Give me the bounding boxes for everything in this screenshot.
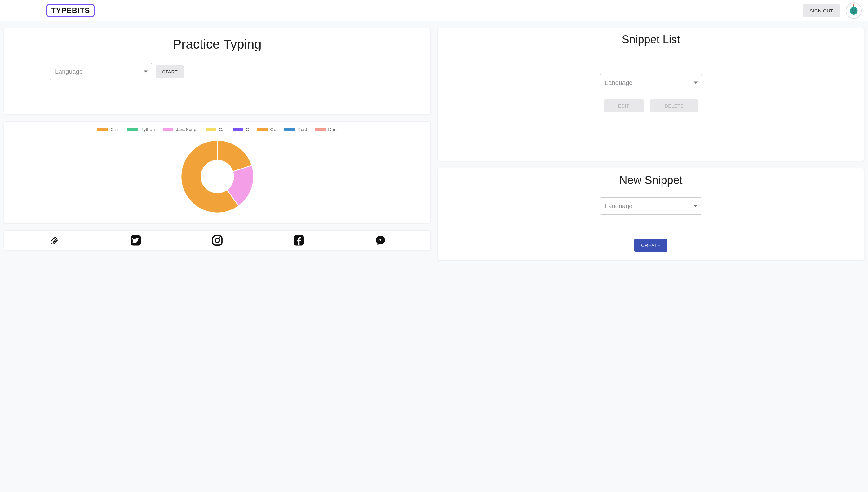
page-grid: Practice Typing Language START C++Python… — [0, 21, 868, 264]
legend-item[interactable]: Dart — [315, 127, 337, 132]
attachment-icon[interactable] — [48, 234, 61, 247]
chevron-down-icon — [694, 82, 698, 84]
snippet-list-controls: Language EDIT DELETE — [438, 74, 864, 112]
logo-text: TYPEBITS — [51, 6, 90, 15]
right-column: Snippet List Language EDIT DELETE New Sn… — [437, 28, 864, 261]
legend-label: Go — [270, 127, 276, 132]
legend-label: Dart — [328, 127, 337, 132]
legend-swatch — [97, 128, 108, 131]
left-column: Practice Typing Language START C++Python… — [4, 28, 431, 261]
practice-language-select[interactable]: Language — [50, 63, 152, 80]
legend-item[interactable]: Python — [127, 127, 155, 132]
avatar[interactable] — [846, 2, 862, 19]
snippet-language-select[interactable]: Language — [600, 74, 702, 91]
legend-item[interactable]: C# — [206, 127, 224, 132]
legend-swatch — [127, 128, 138, 131]
donut-wrap — [10, 136, 424, 217]
new-snippet-card: New Snippet Language CREATE — [437, 168, 864, 261]
snippet-list-title: Snippet List — [438, 33, 864, 46]
robot-icon — [847, 4, 860, 17]
legend-label: JavaScript — [176, 127, 197, 132]
twitter-icon[interactable] — [129, 234, 142, 247]
svg-rect-3 — [852, 9, 853, 10]
chevron-down-icon — [144, 71, 148, 73]
new-snippet-input[interactable] — [600, 222, 702, 231]
legend-label: C — [246, 127, 249, 132]
top-bar: TYPEBITS SIGN OUT — [0, 0, 868, 21]
legend-item[interactable]: Rust — [284, 127, 307, 132]
legend-item[interactable]: JavaScript — [163, 127, 197, 132]
new-snippet-language-select[interactable]: Language — [600, 197, 702, 215]
legend-label: C# — [219, 127, 224, 132]
legend-label: Python — [140, 127, 155, 132]
sign-out-button[interactable]: SIGN OUT — [802, 4, 840, 17]
snippet-list-card: Snippet List Language EDIT DELETE — [437, 28, 864, 161]
edit-button[interactable]: EDIT — [604, 99, 644, 112]
select-placeholder: Language — [605, 79, 633, 87]
svg-point-8 — [219, 237, 220, 239]
svg-rect-6 — [213, 236, 222, 245]
social-card — [4, 230, 431, 251]
topbar-right: SIGN OUT — [802, 2, 862, 19]
snippet-button-row: EDIT DELETE — [604, 99, 698, 112]
select-placeholder: Language — [55, 68, 83, 75]
chart-card: C++PythonJavaScriptC#CGoRustDart — [4, 121, 431, 223]
legend-swatch — [206, 128, 216, 131]
instagram-icon[interactable] — [211, 234, 223, 247]
legend-swatch — [233, 128, 243, 131]
practice-row: Language START — [13, 63, 421, 80]
new-snippet-body: Language CREATE — [438, 197, 864, 252]
legend-swatch — [257, 128, 267, 131]
legend-item[interactable]: C++ — [97, 127, 119, 132]
practice-title: Practice Typing — [13, 37, 421, 52]
practice-card: Practice Typing Language START — [4, 28, 431, 115]
donut-chart — [177, 136, 258, 217]
svg-rect-4 — [855, 9, 856, 10]
chart-legend: C++PythonJavaScriptC#CGoRustDart — [10, 125, 424, 134]
start-button[interactable]: START — [156, 65, 184, 78]
logo[interactable]: TYPEBITS — [47, 4, 95, 17]
legend-swatch — [284, 128, 295, 131]
legend-label: C++ — [111, 127, 119, 132]
facebook-icon[interactable] — [293, 234, 305, 247]
legend-swatch — [163, 128, 173, 131]
legend-label: Rust — [297, 127, 307, 132]
new-snippet-title: New Snippet — [438, 174, 864, 187]
messenger-icon[interactable] — [374, 234, 387, 247]
create-button[interactable]: CREATE — [634, 239, 668, 252]
legend-swatch — [315, 128, 326, 131]
legend-item[interactable]: C — [233, 127, 249, 132]
chevron-down-icon — [694, 205, 698, 207]
svg-point-0 — [850, 7, 858, 15]
delete-button[interactable]: DELETE — [650, 99, 698, 112]
select-placeholder: Language — [605, 203, 633, 210]
legend-item[interactable]: Go — [257, 127, 276, 132]
svg-point-7 — [215, 238, 219, 243]
svg-point-2 — [853, 4, 855, 6]
